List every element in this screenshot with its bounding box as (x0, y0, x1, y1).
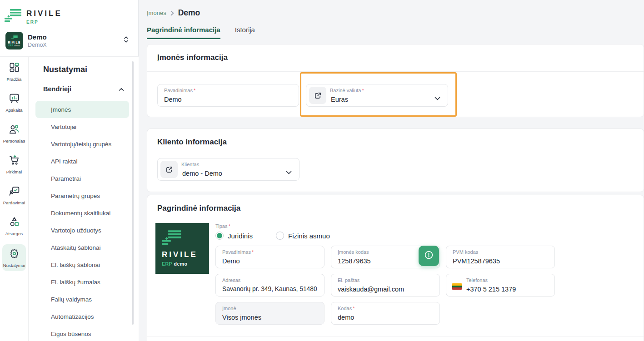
base-currency-value: Euras (331, 96, 348, 103)
workspace-header: RIVILE ERP RIVILE ERP demo Demo (0, 0, 139, 57)
vat-code-field[interactable]: PVM kodas PVM125879635 (446, 246, 555, 268)
sidebar-item-dokumentu-skaitliukai[interactable]: Dokumentų skaitliukai (29, 204, 139, 222)
sidebar-item-automatizacijos[interactable]: Automatizacijos (29, 308, 139, 325)
company-info-title: Įmonės informacija (157, 53, 228, 62)
brand-name: RIVILE (26, 9, 62, 18)
sidebar-item-ataskaitu-sablonai[interactable]: Ataskaitų šablonai (29, 239, 139, 256)
people-icon (9, 124, 20, 137)
sidebar-item-imones[interactable]: Įmonės (35, 101, 129, 118)
breadcrumb-chevron-icon (170, 10, 174, 16)
company-scope-field: Įmonė Visos įmonės (215, 302, 324, 325)
email-field[interactable]: El. paštas vaiskauda@gmail.com (331, 274, 440, 297)
rivile-bars-icon (162, 229, 182, 246)
sidebar-item-el-laisku-sablonai[interactable]: El. laiškų šablonai (29, 256, 139, 273)
sidebar-item-api-raktai[interactable]: API raktai (29, 153, 139, 170)
sales-screen-icon (9, 185, 20, 198)
menu-title: Nustatymai (43, 65, 87, 74)
cart-icon (9, 154, 20, 168)
sidebar-item-failu-valdymas[interactable]: Failų valdymas (29, 291, 139, 308)
name-field[interactable]: Pavadinimas* Demo (215, 246, 324, 268)
company-name-field[interactable]: Pavadinimas* Demo (157, 84, 299, 107)
workspace-name: Demo (28, 33, 123, 41)
phone-field[interactable]: Telefonas +370 5 215 1379 (446, 274, 555, 297)
rail-item-apskaita[interactable]: Apskaita (0, 93, 28, 113)
tab-bar: Pagrindinė informacija Istorija (147, 26, 255, 39)
icon-rail: Pradžia Apskaita Persona (0, 57, 29, 341)
type-radio-group: Juridinis Fizinis asmuo (215, 232, 330, 240)
workspace-selector[interactable]: RIVILE ERP demo Demo DemoX (5, 31, 134, 50)
rail-item-personalas[interactable]: Personalas (0, 124, 28, 143)
page-title: Demo (178, 8, 200, 18)
menu-group-bendrieji[interactable]: Bendrieji (43, 85, 124, 93)
client-select[interactable]: Klientas demo - Demo (157, 158, 300, 181)
rail-item-pirkimai[interactable]: Pirkimai (0, 154, 28, 174)
chevron-down-icon (434, 94, 440, 102)
chevron-down-icon (286, 168, 292, 176)
app-root: RIVILE ERP RIVILE ERP demo Demo (0, 0, 644, 341)
chart-board-icon (9, 93, 20, 106)
sidebar-item-eigos-busenos[interactable]: Eigos būsenos (29, 325, 139, 341)
tab-pagrindine-informacija[interactable]: Pagrindinė informacija (147, 26, 220, 39)
rail-item-nustatymai[interactable]: Nustatymai (2, 244, 26, 271)
client-value: demo - Demo (182, 170, 222, 177)
address-field[interactable]: Adresas Savanorių pr. 349, Kaunas, 51480 (215, 274, 324, 297)
dashboard-icon (9, 62, 20, 75)
sidebar-item-el-laisku-zurnalas[interactable]: El. laiškų žurnalas (29, 273, 139, 291)
rivile-logo-icon (5, 8, 22, 25)
main-info-title: Pagrindinė informacija (157, 204, 240, 213)
radio-juridinis[interactable] (215, 232, 224, 240)
rail-item-atsargos[interactable]: Atsargos (0, 216, 28, 236)
external-link-icon[interactable] (160, 161, 178, 178)
card-divider (147, 71, 644, 72)
breadcrumb-parent-link[interactable]: Įmonės (147, 10, 166, 16)
client-info-title: Kliento informacija (157, 138, 227, 147)
rail-item-pardavimai[interactable]: Pardavimai (0, 185, 28, 205)
card-divider (147, 336, 644, 336)
breadcrumb: Įmonės Demo (147, 8, 200, 18)
workspace-code: DemoX (28, 42, 123, 48)
company-info-card: Įmonės informacija Pavadinimas* Demo Baz… (147, 44, 644, 117)
brand-logo: RIVILE ERP (5, 8, 62, 25)
gear-icon (9, 248, 20, 261)
sidebar-item-parametru-grupes[interactable]: Parametrų grupės (29, 187, 139, 204)
sidebar-item-parametrai[interactable]: Parametrai (29, 170, 139, 187)
company-name-value: Demo (164, 96, 182, 103)
client-info-card: Kliento informacija Klientas demo - Demo (147, 128, 644, 192)
main-content: Įmonės Demo Pagrindinė informacija Istor… (139, 0, 644, 341)
company-logo-image: RIVILE ERP demo (155, 223, 209, 274)
workspace-logo-tile: RIVILE ERP demo (5, 32, 23, 49)
lithuania-flag-icon[interactable] (452, 283, 462, 290)
rivile-mini-bars-icon (11, 35, 18, 40)
left-column: RIVILE ERP RIVILE ERP demo Demo (0, 0, 139, 341)
chevron-up-icon (119, 85, 124, 93)
settings-menu: Nustatymai Bendrieji Įmonės Vartotojai V… (29, 57, 139, 341)
company-code-lookup-button[interactable] (419, 246, 439, 266)
unfold-icon[interactable] (123, 36, 129, 45)
base-currency-select[interactable]: Bazinė valiuta* Euras (306, 84, 448, 107)
main-info-card: Pagrindinė informacija RIVILE ERP demo T… (147, 195, 644, 341)
sidebar-scrollbar[interactable] (132, 61, 134, 325)
circle-exclamation-icon (424, 250, 434, 262)
radio-fizinis-asmuo[interactable] (276, 232, 284, 240)
tab-istorija[interactable]: Istorija (235, 26, 255, 39)
rail-item-pradzia[interactable]: Pradžia (0, 62, 28, 82)
code-field[interactable]: Kodas* demo (331, 302, 440, 325)
shapes-icon (9, 216, 20, 229)
sidebar-item-vartotojo-uzduotys[interactable]: Vartotojo užduotys (29, 222, 139, 239)
external-link-icon[interactable] (309, 87, 326, 104)
brand-product: ERP (26, 20, 62, 25)
sidebar-item-vartotoju-teisiu-grupes[interactable]: Vartotojų/teisių grupės (29, 135, 139, 153)
type-label: Tipas* (215, 223, 230, 229)
sidebar-item-vartotojai[interactable]: Vartotojai (29, 118, 139, 135)
